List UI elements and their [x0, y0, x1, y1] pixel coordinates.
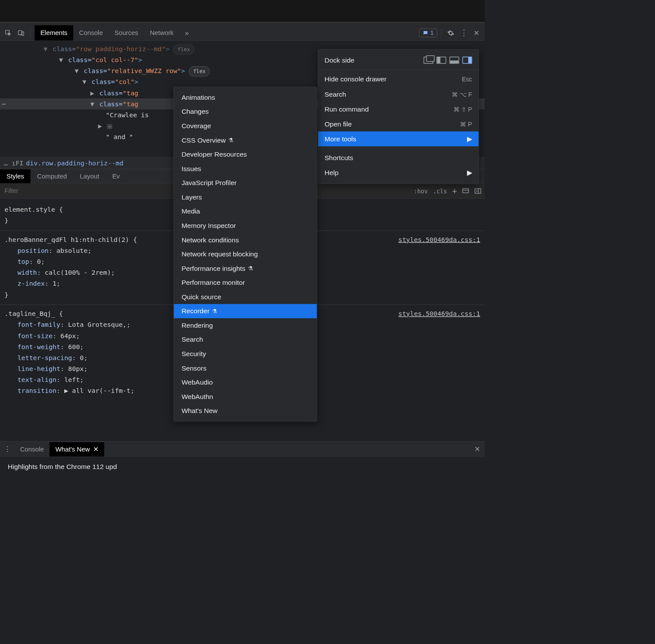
subtab-styles[interactable]: Styles	[0, 169, 31, 183]
dock-left-icon[interactable]	[436, 57, 446, 64]
new-style-rule-button[interactable]: +	[452, 186, 457, 196]
devtools-tabbar: ElementsConsoleSourcesNetwork » 1 ⋮ ✕	[0, 25, 485, 41]
hov-toggle[interactable]: :hov	[414, 188, 428, 195]
more-tools-item-security[interactable]: Security	[174, 347, 317, 361]
more-tools-item-css-overview[interactable]: CSS Overview⚗	[174, 133, 317, 147]
more-tools-item-network-conditions[interactable]: Network conditions	[174, 233, 317, 247]
drawer-close-icon[interactable]: ✕	[472, 445, 483, 454]
breadcrumb-selected[interactable]: div.row.padding-horiz--md	[26, 159, 123, 167]
messages-count: 1	[430, 29, 433, 36]
computed-toggle-icon[interactable]	[474, 188, 481, 194]
svg-rect-3	[463, 189, 468, 192]
more-tools-item-webaudio[interactable]: WebAudio	[174, 375, 317, 390]
drawer-tab-what-s-new[interactable]: What's New✕	[50, 442, 105, 457]
drawer-kebab-icon[interactable]: ⋮	[2, 445, 13, 454]
more-tools-item-search[interactable]: Search	[174, 332, 317, 347]
close-icon[interactable]: ✕	[93, 445, 99, 453]
more-tools-item-sensors[interactable]: Sensors	[174, 361, 317, 375]
tab-network[interactable]: Network	[144, 25, 179, 41]
dock-bottom-icon[interactable]	[449, 57, 459, 64]
menu-item-run-command[interactable]: Run command⌘ ⇧ P	[318, 102, 478, 116]
close-devtools-icon[interactable]: ✕	[471, 28, 482, 38]
dock-undock-icon[interactable]	[424, 57, 433, 64]
more-tools-item-webauthn[interactable]: WebAuthn	[174, 389, 317, 404]
more-tools-item-what-s-new[interactable]: What's New	[174, 404, 317, 418]
source-link[interactable]: styles.500469da.css:1	[398, 234, 480, 245]
drawer-tabstrip: ⋮ ConsoleWhat's New✕ ✕	[0, 441, 485, 457]
more-tools-item-layers[interactable]: Layers	[174, 190, 317, 204]
chrome-top-strip	[0, 0, 485, 23]
more-tools-item-network-request-blocking[interactable]: Network request blocking	[174, 247, 317, 262]
more-tabs-chevron-icon[interactable]: »	[181, 28, 192, 38]
menu-divider	[318, 148, 478, 149]
separator	[441, 28, 442, 37]
more-tools-item-changes[interactable]: Changes	[174, 105, 317, 119]
source-link[interactable]: styles.500469da.css:1	[398, 308, 480, 319]
more-tools-item-rendering[interactable]: Rendering	[174, 318, 317, 332]
menu-item-hide-console-drawer[interactable]: Hide console drawerEsc	[318, 72, 478, 87]
drawer: ⋮ ConsoleWhat's New✕ ✕ Highlights from t…	[0, 441, 485, 477]
breadcrumb-prefix: … ıFI	[4, 159, 24, 167]
tab-sources[interactable]: Sources	[108, 25, 144, 41]
inspect-element-icon[interactable]	[3, 28, 14, 38]
menu-item-search[interactable]: Search⌘ ⌥ F	[318, 87, 478, 102]
menu-item-more-tools[interactable]: More tools▶	[318, 131, 478, 146]
more-tools-item-performance-insights[interactable]: Performance insights⚗	[174, 261, 317, 276]
whats-new-highlights: Highlights from the Chrome 112 upd	[8, 463, 117, 470]
subtab-computed[interactable]: Computed	[31, 169, 73, 183]
tab-console[interactable]: Console	[73, 25, 109, 41]
menu-divider	[318, 70, 478, 70]
tab-strip: ElementsConsoleSourcesNetwork	[35, 25, 179, 41]
dock-side-row: Dock side	[318, 53, 478, 68]
more-tools-item-animations[interactable]: Animations	[174, 90, 317, 105]
main-menu: Dock side Hide console drawerEscSearch⌘ …	[318, 49, 479, 184]
menu-item-open-file[interactable]: Open file⌘ P	[318, 116, 478, 131]
subtab-layout[interactable]: Layout	[73, 169, 106, 183]
more-tools-submenu: AnimationsChangesCoverageCSS Overview⚗De…	[174, 87, 317, 421]
drawer-tab-console[interactable]: Console	[14, 442, 50, 457]
cls-toggle[interactable]: .cls	[433, 188, 447, 195]
experiment-flask-icon: ⚗	[228, 136, 233, 144]
menu-item-shortcuts[interactable]: Shortcuts	[318, 150, 478, 165]
more-tools-item-media[interactable]: Media	[174, 204, 317, 219]
messages-badge[interactable]: 1	[419, 28, 437, 37]
svg-rect-5	[475, 189, 481, 193]
more-tools-item-memory-inspector[interactable]: Memory Inspector	[174, 219, 317, 233]
more-tools-item-recorder[interactable]: Recorder⚗	[174, 304, 317, 318]
tab-elements[interactable]: Elements	[35, 25, 73, 41]
more-tools-item-javascript-profiler[interactable]: JavaScript Profiler	[174, 176, 317, 190]
dock-right-icon[interactable]	[462, 57, 472, 64]
more-tools-item-developer-resources[interactable]: Developer Resources	[174, 147, 317, 162]
dock-side-label: Dock side	[324, 56, 419, 64]
settings-gear-icon[interactable]	[445, 28, 456, 38]
experiment-flask-icon: ⚗	[248, 265, 253, 272]
more-tools-item-quick-source[interactable]: Quick source	[174, 290, 317, 304]
panel-layout-icon[interactable]	[462, 188, 469, 194]
separator	[31, 28, 31, 37]
drawer-body: Highlights from the Chrome 112 upd	[0, 457, 485, 476]
more-tools-item-coverage[interactable]: Coverage	[174, 119, 317, 133]
device-toolbar-icon[interactable]	[16, 28, 27, 38]
menu-item-help[interactable]: Help▶	[318, 165, 478, 180]
experiment-flask-icon: ⚗	[212, 308, 217, 315]
more-tools-item-performance-monitor[interactable]: Performance monitor	[174, 276, 317, 290]
kebab-menu-icon[interactable]: ⋮	[458, 28, 469, 38]
subtab-ev[interactable]: Ev	[106, 169, 126, 183]
more-tools-item-issues[interactable]: Issues	[174, 161, 317, 176]
